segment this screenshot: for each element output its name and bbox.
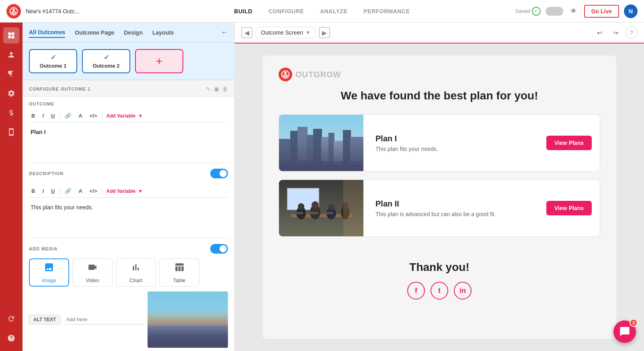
media-tab-video[interactable]: Video: [72, 258, 113, 287]
underline-btn[interactable]: U: [49, 112, 57, 120]
configure-title: CONFIGURE OUTCOME 1: [29, 87, 90, 91]
alt-text-input[interactable]: [64, 315, 144, 324]
add-media-label: ADD MEDIA: [29, 246, 57, 251]
plan-2-action: View Plans: [538, 201, 600, 215]
twitter-icon[interactable]: t: [431, 282, 448, 299]
desc-code-btn[interactable]: </>: [87, 187, 100, 195]
svg-rect-10: [321, 137, 329, 171]
avatar[interactable]: N: [624, 4, 638, 18]
top-nav: New's #14774 Outc... BUILD CONFIGURE ANA…: [0, 0, 644, 23]
screen-select[interactable]: Outcome Screen ▼: [256, 27, 316, 38]
desc-add-variable-btn[interactable]: Add Variable: [107, 188, 136, 194]
link-btn[interactable]: 🔗: [62, 112, 74, 120]
undo-btn[interactable]: ↩: [593, 27, 605, 39]
svg-rect-12: [334, 141, 344, 171]
add-media-toggle[interactable]: [210, 244, 228, 254]
preview-logo-text: OUTGROW: [295, 70, 341, 79]
desc-link-btn[interactable]: 🔗: [62, 187, 74, 195]
table-icon: [174, 262, 185, 275]
delete-icon[interactable]: 🗑: [222, 86, 228, 92]
preview-toggle[interactable]: [546, 7, 563, 16]
plan-card-1: Plan I This plan fits your needs. View P…: [279, 114, 600, 171]
outcome-toolbar: B I U 🔗 A </> Add Variable ▼: [29, 109, 228, 122]
sidebar-item-phone[interactable]: [3, 124, 19, 140]
tab-all-outcomes[interactable]: All Outcomes: [29, 27, 65, 38]
description-editor[interactable]: This plan fits your needs.: [29, 201, 228, 233]
preview-logo: OUTGROW: [279, 68, 600, 81]
media-tab-chart[interactable]: Chart: [116, 258, 156, 287]
redo-btn[interactable]: ↪: [609, 27, 621, 39]
sep2: [102, 113, 103, 119]
preview-container: OUTGROW We have found the best plan for …: [263, 56, 616, 339]
edit-icon[interactable]: ✎: [206, 86, 211, 92]
saved-status: Saved ✓: [515, 7, 541, 16]
nav-performance[interactable]: PERFORMANCE: [363, 8, 410, 14]
svg-rect-31: [325, 212, 333, 214]
svg-rect-14: [350, 137, 363, 171]
svg-rect-13: [343, 130, 351, 171]
outcome-editor[interactable]: Plan I: [29, 126, 228, 158]
go-live-button[interactable]: Go Live: [584, 5, 619, 18]
media-tab-table[interactable]: Table: [159, 258, 199, 287]
eye-icon[interactable]: 👁: [568, 6, 579, 17]
code-btn[interactable]: </>: [87, 112, 100, 120]
sep1: [59, 113, 60, 119]
sidebar-item-refresh[interactable]: [3, 311, 19, 327]
svg-rect-4: [279, 115, 363, 171]
svg-rect-0: [8, 33, 11, 35]
plan-1-title: Plan I: [375, 134, 526, 143]
sidebar-item-design[interactable]: [3, 66, 19, 82]
bold-btn[interactable]: B: [29, 112, 37, 120]
outcome-text: Plan I: [31, 129, 45, 135]
skip-back-btn[interactable]: ◀: [241, 27, 252, 38]
add-outcome-button[interactable]: +: [135, 49, 183, 73]
description-toggle[interactable]: [210, 169, 228, 178]
tab-design[interactable]: Design: [124, 28, 143, 37]
outcome-1-label: Outcome 1: [39, 63, 66, 69]
nav-analyze[interactable]: ANALYZE: [320, 8, 347, 14]
add-variable-btn[interactable]: Add Variable: [107, 113, 136, 119]
sidebar-item-settings[interactable]: [3, 85, 19, 101]
desc-italic-btn[interactable]: I: [40, 187, 46, 195]
outcome-card-1[interactable]: ✓ Outcome 1: [29, 49, 77, 73]
desc-underline-btn[interactable]: U: [49, 187, 57, 195]
tab-outcome-page[interactable]: Outcome Page: [75, 28, 114, 37]
copy-icon[interactable]: ▣: [214, 86, 219, 92]
linkedin-icon[interactable]: in: [454, 282, 472, 299]
nav-build[interactable]: BUILD: [234, 8, 252, 14]
chat-bubble[interactable]: 3: [613, 320, 636, 343]
svg-rect-30: [309, 212, 318, 214]
desc-bold-btn[interactable]: B: [29, 187, 37, 195]
thank-you-section: Thank you! f t in: [279, 245, 600, 308]
svg-point-22: [298, 203, 304, 210]
sidebar-item-user[interactable]: [3, 47, 19, 63]
help-btn[interactable]: ?: [626, 27, 638, 39]
canvas-area: ◀ Outcome Screen ▼ ▶ ↩ ↪ ?: [235, 23, 644, 351]
tab-layouts[interactable]: Layouts: [152, 28, 174, 37]
skip-forward-btn[interactable]: ▶: [319, 27, 330, 38]
add-variable-arrow[interactable]: ▼: [138, 113, 143, 119]
sidebar-item-help[interactable]: [3, 330, 19, 346]
desc-color-btn[interactable]: A: [76, 187, 84, 195]
saved-label: Saved: [515, 8, 530, 14]
outcome-card-2[interactable]: ✓ Outcome 2: [82, 49, 130, 73]
color-btn[interactable]: A: [76, 112, 84, 120]
svg-rect-2: [8, 36, 11, 39]
italic-btn[interactable]: I: [40, 112, 46, 120]
media-tab-image[interactable]: Image: [29, 258, 69, 287]
sidebar-item-billing[interactable]: [3, 105, 19, 121]
nav-configure[interactable]: CONFIGURE: [269, 8, 304, 14]
alt-thumb: [148, 291, 228, 348]
desc-add-variable-arrow[interactable]: ▼: [138, 188, 143, 194]
app-logo[interactable]: [6, 4, 21, 19]
sidebar-item-outcomes[interactable]: [3, 27, 19, 43]
svg-rect-7: [297, 127, 308, 171]
back-icon[interactable]: ←: [221, 28, 228, 37]
plan-2-view-btn[interactable]: View Plans: [546, 201, 592, 215]
add-media-section: ADD MEDIA Image Video: [23, 238, 234, 351]
chart-icon: [131, 262, 141, 275]
plan-1-image: [279, 115, 363, 171]
plan-1-view-btn[interactable]: View Plans: [546, 136, 592, 150]
plan-card-2: Plan II This plan is advanced but can al…: [279, 180, 600, 237]
facebook-icon[interactable]: f: [407, 282, 425, 299]
